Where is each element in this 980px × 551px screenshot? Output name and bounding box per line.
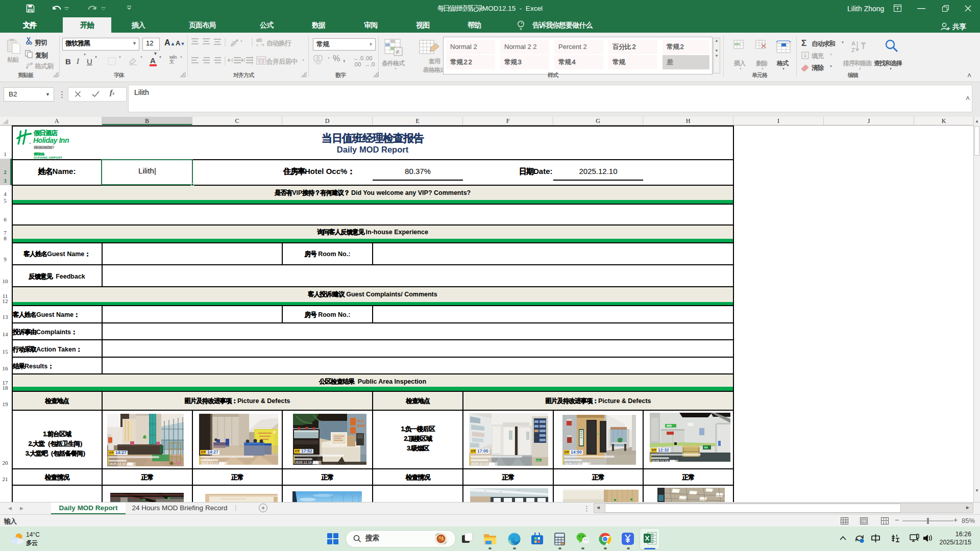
svg-text:c: c: [256, 43, 258, 47]
svg-text:≠: ≠: [396, 48, 399, 56]
svg-text:BAR: BAR: [357, 424, 365, 428]
svg-text:A: A: [851, 40, 855, 46]
svg-text:EXIT: EXIT: [536, 460, 541, 462]
svg-text:ab: ab: [256, 37, 262, 43]
svg-text:Z: Z: [851, 47, 855, 53]
svg-text:FLY: FLY: [357, 419, 364, 423]
